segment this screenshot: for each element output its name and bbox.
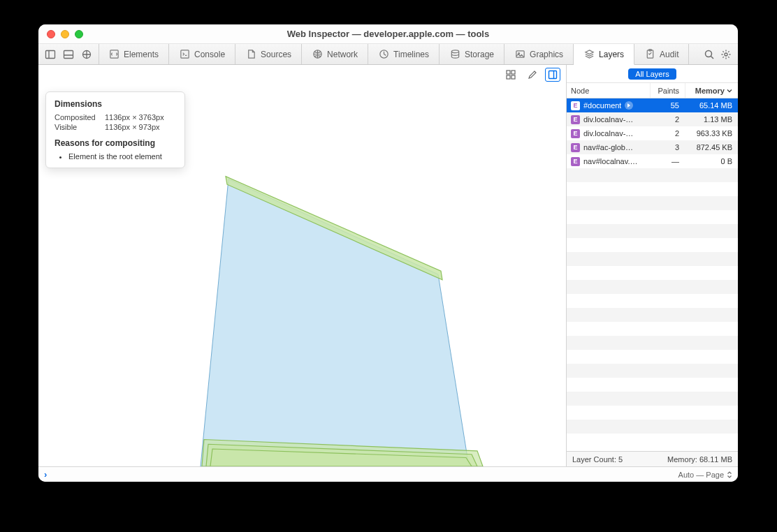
tab-timelines[interactable]: Timelines xyxy=(368,44,440,64)
paints-value: 55 xyxy=(650,101,685,110)
layer-row[interactable]: Ediv.localnav-… 2 963.33 KB xyxy=(567,126,738,140)
empty-row xyxy=(567,406,738,420)
layer-rows: E#document 55 65.14 MB Ediv.localnav-… 2… xyxy=(567,98,738,451)
chevron-up-down-icon xyxy=(727,471,732,478)
console-prompt-icon[interactable]: › xyxy=(44,469,47,480)
gear-icon[interactable] xyxy=(718,47,734,62)
layer-count: Layer Count: 5 xyxy=(572,455,623,464)
layer-row[interactable]: Enav#ac-glob… 3 872.45 KB xyxy=(567,140,738,154)
tab-bar-right xyxy=(697,44,738,64)
tab-network[interactable]: Network xyxy=(302,44,368,64)
titlebar: Web Inspector — developer.apple.com — to… xyxy=(38,24,738,44)
memory-value: 872.45 KB xyxy=(685,143,738,152)
layer-tooltip: Dimensions Composited1136px × 3763px Vis… xyxy=(45,91,185,168)
tab-label: Storage xyxy=(465,50,494,59)
detach-icon[interactable] xyxy=(79,47,94,62)
tab-storage[interactable]: Storage xyxy=(440,44,504,64)
svg-rect-2 xyxy=(64,50,73,58)
empty-row xyxy=(567,210,738,224)
paint-brush-icon[interactable] xyxy=(524,68,539,82)
svg-point-16 xyxy=(706,50,712,57)
empty-row xyxy=(567,224,738,238)
tab-elements[interactable]: Elements xyxy=(99,44,169,64)
sidebar-footer: Layer Count: 5 Memory: 68.11 MB xyxy=(567,451,738,466)
dock-controls xyxy=(38,44,99,64)
col-paints[interactable]: Paints xyxy=(650,83,685,98)
total-memory: Memory: 68.11 MB xyxy=(667,455,732,464)
tab-label: Layers xyxy=(599,50,624,59)
console-bar: › Auto — Page xyxy=(38,466,738,482)
grid-view-icon[interactable] xyxy=(503,68,518,82)
empty-row xyxy=(567,350,738,364)
context-selector[interactable]: Auto — Page xyxy=(678,471,732,479)
memory-value: 65.14 MB xyxy=(685,101,738,110)
reasons-heading: Reasons for compositing xyxy=(55,138,176,148)
element-badge-icon: E xyxy=(571,157,580,166)
layer-row[interactable]: Enav#localnav.… — 0 B xyxy=(567,154,738,168)
minimize-window-button[interactable] xyxy=(61,30,69,38)
composited-label: Composited xyxy=(55,113,105,121)
empty-row xyxy=(567,294,738,308)
toggle-sidebar-icon[interactable] xyxy=(545,68,560,82)
memory-value: 0 B xyxy=(685,157,738,165)
empty-row xyxy=(567,196,738,210)
empty-row xyxy=(567,252,738,266)
empty-row xyxy=(567,392,738,406)
paints-value: — xyxy=(650,157,685,165)
paints-value: 2 xyxy=(650,129,685,138)
tab-label: Timelines xyxy=(393,50,429,59)
window-title: Web Inspector — developer.apple.com — to… xyxy=(38,29,738,39)
layer-row[interactable]: Ediv.localnav-… 2 1.13 MB xyxy=(567,112,738,126)
canvas-toolbar xyxy=(503,68,560,82)
empty-row xyxy=(567,420,738,434)
dock-left-icon[interactable] xyxy=(43,47,58,62)
tab-label: Graphics xyxy=(530,50,563,59)
empty-row xyxy=(567,266,738,280)
search-icon[interactable] xyxy=(702,47,717,62)
node-name: div.localnav-… xyxy=(583,115,633,124)
node-name: #document xyxy=(583,101,621,110)
empty-row xyxy=(567,322,738,336)
column-headers: Node Paints Memory xyxy=(567,83,738,98)
element-badge-icon: E xyxy=(571,115,580,124)
empty-row xyxy=(567,308,738,322)
tab-console[interactable]: Console xyxy=(169,44,235,64)
visible-value: 1136px × 973px xyxy=(105,123,160,131)
empty-row xyxy=(567,378,738,392)
empty-row xyxy=(567,238,738,252)
tab-label: Console xyxy=(194,50,225,59)
memory-value: 963.33 KB xyxy=(685,129,738,138)
tab-audit[interactable]: Audit xyxy=(634,44,689,64)
memory-value: 1.13 MB xyxy=(685,115,738,124)
svg-rect-0 xyxy=(46,50,55,58)
all-layers-pill[interactable]: All Layers xyxy=(628,68,676,80)
dock-bottom-icon[interactable] xyxy=(61,47,76,62)
svg-point-11 xyxy=(451,50,458,53)
tab-label: Audit xyxy=(660,50,678,59)
empty-row xyxy=(567,168,738,182)
layer-row[interactable]: E#document 55 65.14 MB xyxy=(567,98,738,112)
svg-rect-23 xyxy=(549,71,557,79)
tab-sources[interactable]: Sources xyxy=(235,44,302,64)
tab-label: Elements xyxy=(124,50,159,59)
element-badge-icon: E xyxy=(571,101,580,110)
zoom-window-button[interactable] xyxy=(75,30,83,38)
tab-layers[interactable]: Layers xyxy=(574,44,634,65)
layers-canvas[interactable]: Dimensions Composited1136px × 3763px Vis… xyxy=(38,65,566,466)
empty-row xyxy=(567,182,738,196)
tabs: Elements Console Sources Network Timelin… xyxy=(99,44,697,64)
go-to-icon[interactable] xyxy=(625,101,633,110)
visible-label: Visible xyxy=(55,123,105,131)
layers-sidebar: All Layers Node Paints Memory E#document… xyxy=(566,65,738,466)
col-memory[interactable]: Memory xyxy=(685,83,738,98)
composited-value: 1136px × 3763px xyxy=(105,113,164,121)
node-name: nav#ac-glob… xyxy=(583,143,633,152)
svg-line-17 xyxy=(711,56,714,59)
content-area: Dimensions Composited1136px × 3763px Vis… xyxy=(38,65,738,466)
tab-label: Sources xyxy=(261,50,291,59)
tab-graphics[interactable]: Graphics xyxy=(504,44,574,64)
col-node[interactable]: Node xyxy=(567,87,650,95)
close-window-button[interactable] xyxy=(47,30,55,38)
node-name: nav#localnav.… xyxy=(583,157,637,165)
empty-row xyxy=(567,280,738,294)
